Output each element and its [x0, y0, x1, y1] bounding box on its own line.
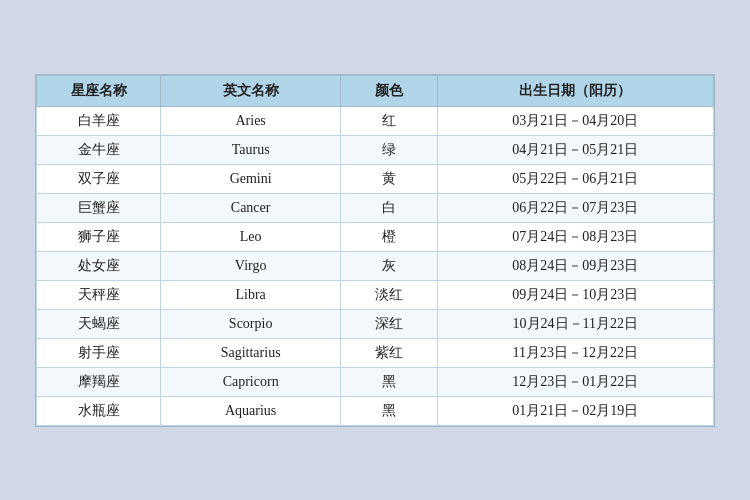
table-row: 金牛座Taurus绿04月21日－05月21日 — [37, 135, 714, 164]
cell-cn: 水瓶座 — [37, 396, 161, 425]
table-row: 射手座Sagittarius紫红11月23日－12月22日 — [37, 338, 714, 367]
table-row: 白羊座Aries红03月21日－04月20日 — [37, 106, 714, 135]
table-row: 摩羯座Capricorn黑12月23日－01月22日 — [37, 367, 714, 396]
cell-date: 12月23日－01月22日 — [437, 367, 713, 396]
cell-color: 绿 — [340, 135, 437, 164]
cell-date: 04月21日－05月21日 — [437, 135, 713, 164]
cell-color: 黄 — [340, 164, 437, 193]
zodiac-table-container: 星座名称 英文名称 颜色 出生日期（阳历） 白羊座Aries红03月21日－04… — [35, 74, 715, 427]
cell-date: 03月21日－04月20日 — [437, 106, 713, 135]
cell-date: 07月24日－08月23日 — [437, 222, 713, 251]
cell-cn: 狮子座 — [37, 222, 161, 251]
cell-en: Virgo — [161, 251, 341, 280]
cell-color: 黑 — [340, 396, 437, 425]
cell-color: 淡红 — [340, 280, 437, 309]
cell-cn: 金牛座 — [37, 135, 161, 164]
cell-cn: 白羊座 — [37, 106, 161, 135]
cell-cn: 双子座 — [37, 164, 161, 193]
cell-cn: 天蝎座 — [37, 309, 161, 338]
cell-cn: 天秤座 — [37, 280, 161, 309]
cell-date: 06月22日－07月23日 — [437, 193, 713, 222]
header-en: 英文名称 — [161, 75, 341, 106]
table-row: 巨蟹座Cancer白06月22日－07月23日 — [37, 193, 714, 222]
cell-date: 08月24日－09月23日 — [437, 251, 713, 280]
cell-color: 灰 — [340, 251, 437, 280]
cell-en: Leo — [161, 222, 341, 251]
table-row: 天秤座Libra淡红09月24日－10月23日 — [37, 280, 714, 309]
zodiac-table: 星座名称 英文名称 颜色 出生日期（阳历） 白羊座Aries红03月21日－04… — [36, 75, 714, 426]
cell-date: 09月24日－10月23日 — [437, 280, 713, 309]
header-color: 颜色 — [340, 75, 437, 106]
cell-cn: 巨蟹座 — [37, 193, 161, 222]
cell-date: 10月24日－11月22日 — [437, 309, 713, 338]
cell-cn: 摩羯座 — [37, 367, 161, 396]
cell-en: Capricorn — [161, 367, 341, 396]
cell-color: 黑 — [340, 367, 437, 396]
cell-en: Aries — [161, 106, 341, 135]
cell-en: Gemini — [161, 164, 341, 193]
cell-en: Libra — [161, 280, 341, 309]
cell-en: Scorpio — [161, 309, 341, 338]
cell-cn: 射手座 — [37, 338, 161, 367]
cell-en: Aquarius — [161, 396, 341, 425]
cell-date: 11月23日－12月22日 — [437, 338, 713, 367]
cell-color: 橙 — [340, 222, 437, 251]
cell-en: Sagittarius — [161, 338, 341, 367]
cell-date: 05月22日－06月21日 — [437, 164, 713, 193]
cell-date: 01月21日－02月19日 — [437, 396, 713, 425]
header-cn: 星座名称 — [37, 75, 161, 106]
cell-color: 紫红 — [340, 338, 437, 367]
cell-color: 深红 — [340, 309, 437, 338]
table-row: 狮子座Leo橙07月24日－08月23日 — [37, 222, 714, 251]
table-row: 天蝎座Scorpio深红10月24日－11月22日 — [37, 309, 714, 338]
cell-en: Cancer — [161, 193, 341, 222]
cell-en: Taurus — [161, 135, 341, 164]
table-header-row: 星座名称 英文名称 颜色 出生日期（阳历） — [37, 75, 714, 106]
cell-cn: 处女座 — [37, 251, 161, 280]
table-row: 处女座Virgo灰08月24日－09月23日 — [37, 251, 714, 280]
table-row: 双子座Gemini黄05月22日－06月21日 — [37, 164, 714, 193]
table-row: 水瓶座Aquarius黑01月21日－02月19日 — [37, 396, 714, 425]
cell-color: 红 — [340, 106, 437, 135]
cell-color: 白 — [340, 193, 437, 222]
header-date: 出生日期（阳历） — [437, 75, 713, 106]
